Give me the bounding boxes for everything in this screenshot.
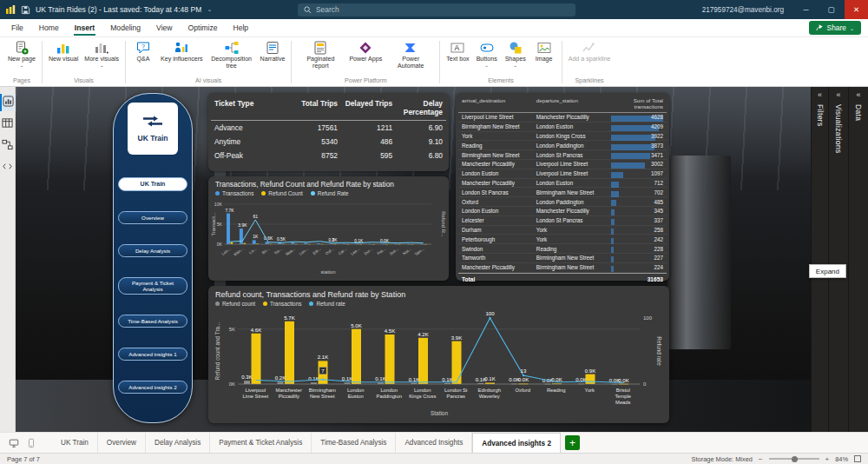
column-header[interactable]: Delayed Trips — [338, 99, 392, 116]
line-marker[interactable] — [489, 317, 490, 319]
line-marker[interactable] — [322, 378, 324, 380]
page-tab-advanced-insights-2[interactable]: Advanced insights 2 — [472, 433, 561, 453]
table-row[interactable]: Manchester PiccadillyBirmingham New Stre… — [458, 263, 667, 273]
column-header[interactable]: Delay Percentage — [392, 99, 443, 116]
column-header[interactable]: Ticket Type — [214, 99, 283, 116]
transactions-bar[interactable] — [227, 214, 230, 244]
new-page-tab-button[interactable]: + — [565, 435, 580, 450]
table-row[interactable]: Birmingham New StreetLondon Euston4209 — [458, 123, 667, 132]
ribbon-button-paginated-report[interactable]: Paginated report — [295, 38, 345, 70]
legend-item-refund-rate[interactable]: Refund rate — [309, 301, 345, 307]
page-tab-advanced-insights[interactable]: Advanced Insights — [396, 433, 472, 453]
ribbon-button-power-automate[interactable]: Power Automate — [385, 38, 436, 70]
line-marker[interactable] — [523, 375, 524, 376]
search-box[interactable] — [298, 3, 575, 17]
table-row[interactable]: DurhamYork258 — [458, 226, 667, 235]
table-row[interactable]: London St PancrasBirmingham New Street70… — [458, 188, 667, 197]
ribbon-button-buttons[interactable]: Buttons⌄ — [473, 38, 501, 68]
legend-item-refund-count[interactable]: Refund count — [215, 301, 255, 307]
search-input[interactable] — [316, 5, 569, 14]
refund-rate-line[interactable] — [229, 220, 423, 243]
menu-tab-modeling[interactable]: Modeling — [102, 19, 148, 36]
nav-button-time-based-analysis[interactable]: Time-Based Analysis — [118, 315, 187, 328]
refund-count-bar[interactable] — [278, 381, 284, 384]
refund-chart-svg[interactable]: 0K5K01000.3K4.6KLiverpoolLime Street0.2K… — [213, 308, 665, 419]
ribbon-button-add-a-sparkline[interactable]: Add a sparkline — [566, 38, 614, 63]
share-button[interactable]: Share ⌄ — [809, 21, 861, 35]
dax-query-view-button[interactable] — [0, 159, 16, 176]
zoom-out-button[interactable]: − — [759, 455, 763, 463]
menu-tab-help[interactable]: Help — [225, 19, 256, 36]
close-button[interactable]: ✕ — [845, 0, 868, 19]
ribbon-button-image[interactable]: Image — [530, 38, 558, 63]
ribbon-button-new-page[interactable]: New page⌄ — [5, 38, 38, 68]
table-row[interactable]: Manchester PiccadillyLiverpool Lime Stre… — [458, 160, 667, 169]
table-row[interactable]: OxfordLondon Paddington485 — [458, 197, 667, 207]
transactions-bar[interactable] — [452, 341, 462, 384]
table-row[interactable]: London EustonLiverpool Lime Street1097 — [458, 169, 667, 179]
filters-pane-collapsed[interactable]: « Filters — [811, 87, 828, 432]
window-title[interactable]: UK Train Rides (2) - Last saved: Today a… — [36, 5, 201, 14]
table-row[interactable]: TamworthBirmingham New Street227 — [458, 254, 667, 263]
desktop-view-icon[interactable] — [9, 438, 19, 448]
transactions-bar[interactable] — [352, 329, 361, 384]
account-email[interactable]: 217959724@mavenbi.org — [702, 6, 784, 14]
table-row[interactable]: Advance1756112116.90 — [211, 121, 446, 135]
nav-button-advanced-insights-1[interactable]: Advanced insights 1 — [118, 348, 187, 361]
ribbon-button-key-influencers[interactable]: Key influencers — [158, 38, 206, 63]
page-tab-delay-analysis[interactable]: Delay Analysis — [146, 433, 210, 453]
zoom-in-button[interactable]: + — [825, 455, 830, 463]
legend-item-transactions[interactable]: Transactions — [263, 301, 301, 307]
mobile-view-icon[interactable] — [26, 438, 36, 448]
column-header[interactable]: arrival_destination — [462, 97, 536, 109]
ribbon-button-power-apps[interactable]: Power Apps — [346, 38, 385, 63]
minimize-button[interactable]: ─ — [794, 0, 818, 19]
table-row[interactable]: Liverpool Lime StreetManchester Piccadil… — [458, 113, 667, 123]
ribbon-button-q-a[interactable]: ?Q&A — [129, 38, 157, 63]
legend-item-transactions[interactable]: Transactions — [215, 190, 253, 196]
station-chart-svg[interactable]: 0K5K10K7.7KLon...3.9KMan...1KLiv...0.6KB… — [211, 197, 447, 277]
legend-item-refund-count[interactable]: Refund Count — [261, 190, 302, 196]
maximize-button[interactable]: ▢ — [819, 0, 843, 19]
transactions-bar[interactable] — [385, 335, 395, 384]
model-view-button[interactable] — [0, 137, 16, 155]
page-tab-uk-train[interactable]: UK Train — [52, 433, 98, 453]
ribbon-button-text-box[interactable]: AText box — [444, 38, 471, 63]
page-tab-payment-ticket-analysis[interactable]: Payment & Ticket Analysis — [210, 433, 312, 453]
table-row[interactable]: London EustonManchester Piccadilly345 — [458, 207, 667, 216]
expand-filters-icon[interactable]: « — [818, 91, 822, 99]
ribbon-button-shapes[interactable]: Shapes⌄ — [502, 38, 529, 68]
visualizations-pane-collapsed[interactable]: « Visualizations — [828, 87, 848, 432]
ribbon-button-new-visual[interactable]: New visual — [46, 38, 81, 63]
report-view-button[interactable] — [0, 94, 16, 111]
refund-count-bar[interactable] — [244, 381, 250, 384]
table-row[interactable]: Manchester PiccadillyLondon Euston712 — [458, 179, 667, 189]
nav-button-overview[interactable]: Overview — [118, 211, 187, 224]
chevron-down-icon[interactable]: ⌄ — [207, 6, 212, 13]
nav-button-delay-analysis[interactable]: Delay Analysis — [118, 244, 187, 257]
column-header[interactable]: Total Trips — [283, 99, 338, 116]
zoom-slider-thumb[interactable] — [792, 456, 798, 462]
transactions-bar[interactable] — [252, 334, 261, 384]
ribbon-button-decomposition-tree[interactable]: Decomposition tree — [207, 38, 257, 70]
table-row[interactable]: PeterboroughYork242 — [458, 235, 667, 244]
menu-tab-view[interactable]: View — [148, 19, 180, 36]
table-row[interactable]: Birmingham New StreetLondon St Pancras34… — [458, 150, 667, 160]
table-row[interactable]: Off-Peak87525956.80 — [211, 149, 446, 162]
save-icon[interactable] — [21, 5, 30, 15]
menu-tab-optimize[interactable]: Optimize — [181, 19, 226, 36]
refund-rate-line[interactable] — [256, 318, 624, 382]
ribbon-button-narrative[interactable]: Narrative — [258, 38, 288, 63]
table-row[interactable]: LeicesterLondon St Pancras337 — [458, 216, 667, 226]
table-row[interactable]: ReadingLondon Paddington3873 — [458, 141, 667, 150]
report-canvas[interactable]: UK Train UK TrainOverviewDelay AnalysisP… — [16, 87, 811, 432]
page-tab-overview[interactable]: Overview — [98, 433, 146, 453]
nav-button-advanced-insights-2[interactable]: Advanced insights 2 — [118, 381, 187, 394]
transactions-bar[interactable] — [586, 375, 595, 384]
menu-tab-file[interactable]: File — [3, 19, 31, 36]
legend-item-refund-rate[interactable]: Refund Rate — [311, 190, 349, 196]
transactions-bar[interactable] — [252, 240, 255, 244]
expand-data-icon[interactable]: « — [856, 91, 860, 99]
column-header[interactable]: departure_station — [536, 97, 611, 109]
data-pane-collapsed[interactable]: « Data — [848, 87, 868, 432]
